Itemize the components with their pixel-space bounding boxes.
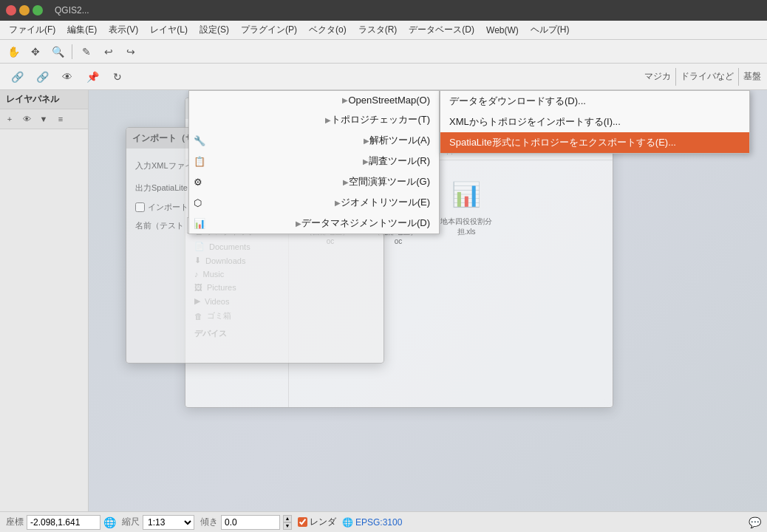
sub-menu-download-label: データをダウンロードする(D)... [449, 95, 586, 108]
arrow-icon-2: ▶ [325, 116, 331, 124]
toolbar-labels: マジカ ドライバなど 基盤 [644, 68, 761, 86]
chat-icon[interactable]: 💬 [749, 516, 761, 528]
window-title: QGIS2... [55, 5, 89, 16]
refresh-tool-button[interactable]: ↻ [106, 66, 129, 88]
menu-layer[interactable]: レイヤ(L) [144, 22, 194, 38]
arrow-icon-3: ▶ [364, 137, 369, 145]
geometry-icon: ⬡ [194, 197, 202, 208]
map-area[interactable]: ◀ ▶ ▲ 🏠 ホーム > Desktop > 2013奥山地区本郷へのリンク … [89, 90, 767, 511]
globe-icon2: 🌐 [342, 517, 353, 528]
rotation-field: 傾き ▲ ▼ [200, 515, 292, 530]
scale-field: 縮尺 1:13 [122, 515, 194, 530]
menu-database[interactable]: データベース(D) [403, 22, 480, 38]
menu-spatial-tools-label: 空間演算ツール(G) [349, 175, 430, 188]
menu-plugins[interactable]: プラグイン(P) [235, 22, 303, 38]
sub-menu-download[interactable]: データをダウンロードする(D)... [440, 91, 749, 112]
sub-menu-export-spatialite[interactable]: SpatiaLite形式にトポロジーをエクスポートする(E)... [440, 132, 749, 153]
menu-research-tools[interactable]: 📋 ▶ 調査ツール(R) [189, 151, 439, 171]
menubar: ファイル(F) 編集(E) 表示(V) レイヤ(L) 設定(S) プラグイン(P… [0, 21, 767, 40]
toolbar-separator [72, 44, 72, 59]
layer-settings-button[interactable]: ≡ [52, 111, 69, 127]
arrow-icon-5: ▶ [343, 178, 349, 186]
rotation-label: 傾き [200, 516, 218, 528]
close-button[interactable] [6, 5, 16, 16]
menu-openstreetmap[interactable]: ▶ OpenStreetMap(O) [189, 91, 439, 109]
rotation-up-button[interactable]: ▲ [283, 515, 292, 522]
epsg-button[interactable]: 🌐 EPSG:3100 [342, 517, 402, 528]
render-checkbox-label: レンダ [298, 516, 336, 528]
arrow-icon-6: ▶ [335, 199, 341, 207]
magica-label: マジカ [644, 70, 671, 83]
menu-geometry-tools-label: ジオメトリツール(E) [341, 196, 430, 209]
coord-label: 座標 [6, 516, 24, 528]
data-management-icon: 📊 [194, 218, 205, 229]
epsg-label: EPSG:3100 [355, 517, 402, 528]
menu-edit[interactable]: 編集(E) [61, 22, 103, 38]
sub-menu-import-xml-label: XMLからトポロジをインポートする(I)... [449, 115, 621, 129]
link-tool1-button[interactable]: 🔗 [6, 66, 28, 88]
name-label: 名前（テスト [135, 220, 184, 231]
window-controls[interactable] [6, 5, 43, 16]
file-item-3[interactable]: 📊 地本四役役割分担.xls [437, 172, 496, 248]
menu-web[interactable]: Web(W) [480, 24, 525, 37]
arrow-icon-7: ▶ [296, 219, 301, 228]
context-menu: ▶ OpenStreetMap(O) ▶ トポロジチェッカー(T) 🔧 ▶ 解析… [188, 90, 440, 234]
layer-add-button[interactable]: + [1, 111, 18, 127]
chat-icon-container: 💬 [749, 516, 761, 528]
coord-input[interactable] [27, 515, 100, 530]
sub-menu: データをダウンロードする(D)... XMLからトポロジをインポートする(I).… [440, 90, 750, 154]
layer-filter-button[interactable]: ▼ [35, 111, 52, 127]
menu-file[interactable]: ファイル(F) [3, 22, 61, 38]
pan-tool-button[interactable]: ✋ [3, 41, 24, 62]
menu-analysis-tools-label: 解析ツール(A) [369, 134, 430, 147]
coord-field: 座標 🌐 [6, 515, 116, 530]
sub-menu-import-xml[interactable]: XMLからトポロジをインポートする(I)... [440, 112, 749, 132]
zoom-tool-button[interactable]: 🔍 [47, 41, 68, 62]
pin-tool-button[interactable]: 📌 [81, 66, 103, 88]
sub-menu-export-label: SpatiaLite形式にトポロジーをエクスポートする(E)... [449, 136, 676, 149]
render-label: レンダ [310, 516, 336, 528]
menu-view[interactable]: 表示(V) [103, 22, 144, 38]
spatial-icon: ⚙ [194, 177, 202, 188]
import-after-checkbox[interactable] [135, 202, 145, 212]
file-name-3: 地本四役役割分担.xls [440, 216, 493, 237]
render-checkbox[interactable] [298, 517, 307, 527]
menu-spatial-tools[interactable]: ⚙ ▶ 空間演算ツール(G) [189, 171, 439, 192]
rotation-spinner: ▲ ▼ [283, 515, 292, 530]
arrow-icon: ▶ [342, 96, 348, 104]
rotation-down-button[interactable]: ▼ [283, 522, 292, 530]
layer-tools: + 👁 ▼ ≡ [0, 109, 88, 129]
select-tool-button[interactable]: ✥ [25, 41, 46, 62]
menu-openstreetmap-label: OpenStreetMap(O) [348, 95, 430, 106]
toolbar-secondary: 🔗 🔗 👁 📌 ↻ マジカ ドライバなど 基盤 [0, 64, 767, 90]
menu-data-management[interactable]: 📊 ▶ データマネジメントツール(D) [189, 213, 439, 233]
menu-vector[interactable]: ベクタ(o) [303, 22, 352, 38]
menu-analysis-tools[interactable]: 🔧 ▶ 解析ツール(A) [189, 130, 439, 151]
maximize-button[interactable] [33, 5, 43, 16]
menu-raster[interactable]: ラスタ(R) [352, 22, 403, 38]
layer-panel: レイヤパネル + 👁 ▼ ≡ [0, 90, 89, 511]
minimize-button[interactable] [19, 5, 30, 16]
menu-topology-checker[interactable]: ▶ トポロジチェッカー(T) [189, 109, 439, 130]
menu-settings[interactable]: 設定(S) [194, 22, 235, 38]
redo-button[interactable]: ↪ [120, 41, 141, 62]
layer-visible-button[interactable]: 👁 [18, 111, 35, 127]
scale-select[interactable]: 1:13 [143, 515, 194, 530]
statusbar: 座標 🌐 縮尺 1:13 傾き ▲ ▼ レンダ 🌐 EPSG:3100 💬 [0, 511, 767, 532]
eye-tool-button[interactable]: 👁 [56, 66, 78, 88]
arrow-icon-4: ▶ [363, 157, 369, 166]
link-tool2-button[interactable]: 🔗 [31, 66, 53, 88]
undo-button[interactable]: ↩ [98, 41, 119, 62]
driver-label: ドライバなど [681, 70, 734, 83]
menu-geometry-tools[interactable]: ⬡ ▶ ジオメトリツール(E) [189, 192, 439, 213]
menu-help[interactable]: ヘルプ(H) [525, 22, 576, 38]
edit-tool-button[interactable]: ✎ [76, 41, 97, 62]
rotation-input[interactable] [221, 515, 280, 530]
main-area: レイヤパネル + 👁 ▼ ≡ ◀ ▶ ▲ 🏠 ホーム > Desktop > 2… [0, 90, 767, 511]
titlebar: QGIS2... [0, 0, 767, 21]
analysis-icon: 🔧 [194, 135, 205, 146]
layer-panel-header: レイヤパネル [0, 90, 88, 109]
kiban-label: 基盤 [743, 70, 761, 83]
research-icon: 📋 [194, 156, 205, 167]
menu-data-management-label: データマネジメントツール(D) [301, 216, 430, 230]
